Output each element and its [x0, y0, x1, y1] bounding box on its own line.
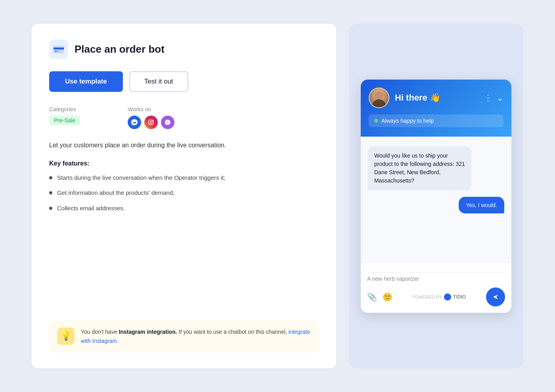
chat-input-icons: 📎 🙂	[367, 292, 392, 302]
chat-input-area: A new herb vaporizer 📎 🙂 POWERED BY TIDI…	[361, 263, 511, 313]
fb-messenger-icon	[161, 116, 174, 129]
notification-text: You don't have Instagram integration. If…	[81, 327, 311, 345]
chat-input-row: 📎 🙂 POWERED BY TIDIO	[367, 287, 505, 306]
works-on-icons	[128, 116, 174, 129]
bullet-dot-1	[49, 176, 52, 179]
send-icon	[492, 293, 500, 301]
attachment-icon[interactable]: 📎	[367, 292, 377, 302]
powered-by: POWERED BY TIDIO	[413, 293, 466, 301]
chat-greeting: Hi there 👋	[395, 93, 478, 103]
avatar	[369, 88, 389, 108]
categories-section: Categories Pre-Sale	[49, 106, 80, 129]
works-on-label: Works on	[128, 106, 174, 112]
chat-input-placeholder: A new herb vaporizer	[367, 276, 505, 282]
feature-item-3: Collects email addresses.	[49, 204, 319, 213]
bot-message-1: Would you like us to ship your product t…	[368, 146, 471, 190]
action-buttons: Use template Test it out	[49, 71, 319, 92]
bot-icon	[49, 40, 68, 59]
main-container: Place an order bot Use template Test it …	[32, 24, 523, 368]
chat-header-top: Hi there 👋 ⋮ ⌄	[369, 88, 503, 108]
bot-header: Place an order bot	[49, 40, 319, 59]
instagram-icon	[144, 116, 158, 129]
feature-text-1: Starts during the live conversation when…	[57, 173, 225, 183]
svg-rect-4	[149, 120, 153, 125]
categories-label: Categories	[49, 106, 80, 112]
notification-banner: 💡 You don't have Instagram integration. …	[49, 320, 319, 352]
svg-point-6	[152, 121, 153, 122]
tidio-icon	[444, 293, 451, 301]
feature-item-1: Starts during the live conversation when…	[49, 173, 319, 183]
notification-text-start: You don't have	[81, 329, 119, 335]
svg-rect-3	[58, 51, 59, 52]
chat-header-icons: ⋮ ⌄	[484, 93, 503, 103]
emoji-icon[interactable]: 🙂	[383, 292, 392, 302]
works-on-section: Works on	[128, 106, 174, 129]
status-text: Always happy to help	[381, 118, 434, 124]
bullet-dot-3	[49, 207, 52, 210]
menu-icon[interactable]: ⋮	[484, 93, 492, 103]
svg-rect-1	[54, 48, 64, 49]
svg-point-5	[150, 121, 153, 124]
meta-row: Categories Pre-Sale Works on	[49, 106, 319, 129]
chat-window: Hi there 👋 ⋮ ⌄ Always happy to help Woul…	[361, 80, 511, 313]
features-list: Starts during the live conversation when…	[49, 173, 319, 219]
powered-by-label: POWERED BY	[413, 295, 442, 299]
key-features-title: Key features:	[49, 160, 319, 167]
avatar-image	[369, 88, 388, 107]
left-panel: Place an order bot Use template Test it …	[32, 24, 336, 368]
tidio-brand: TIDIO	[453, 294, 466, 300]
category-badge: Pre-Sale	[49, 116, 80, 125]
messenger-icon	[128, 116, 141, 129]
greeting-text: Hi there 👋	[395, 93, 440, 103]
page-title: Place an order bot	[75, 43, 165, 55]
lightbulb-icon: 💡	[61, 331, 71, 341]
chat-status-bar: Always happy to help	[369, 114, 503, 127]
send-button[interactable]	[486, 287, 505, 306]
svg-rect-2	[55, 51, 57, 52]
chat-body: Would you like us to ship your product t…	[361, 137, 511, 263]
right-panel: Hi there 👋 ⋮ ⌄ Always happy to help Woul…	[349, 24, 523, 368]
feature-text-3: Collects email addresses.	[57, 204, 125, 213]
description-text: Let your customers place an order during…	[49, 140, 319, 150]
chat-header: Hi there 👋 ⋮ ⌄ Always happy to help	[361, 80, 511, 137]
use-template-button[interactable]: Use template	[49, 71, 123, 92]
bullet-dot-2	[49, 191, 52, 194]
chevron-down-icon[interactable]: ⌄	[497, 93, 503, 103]
notification-text-bold: Instagram integration.	[119, 329, 177, 335]
status-dot	[374, 119, 378, 123]
chat-divider	[367, 272, 505, 272]
user-message-1: Yes, I would.	[459, 197, 504, 213]
notification-icon: 💡	[57, 327, 75, 345]
feature-item-2: Get information about the products' dema…	[49, 188, 319, 198]
feature-text-2: Get information about the products' dema…	[57, 188, 174, 198]
credit-card-icon	[53, 44, 64, 55]
test-it-out-button[interactable]: Test it out	[129, 71, 188, 92]
notification-text-middle: If you want to use a chatbot on this cha…	[177, 329, 289, 335]
